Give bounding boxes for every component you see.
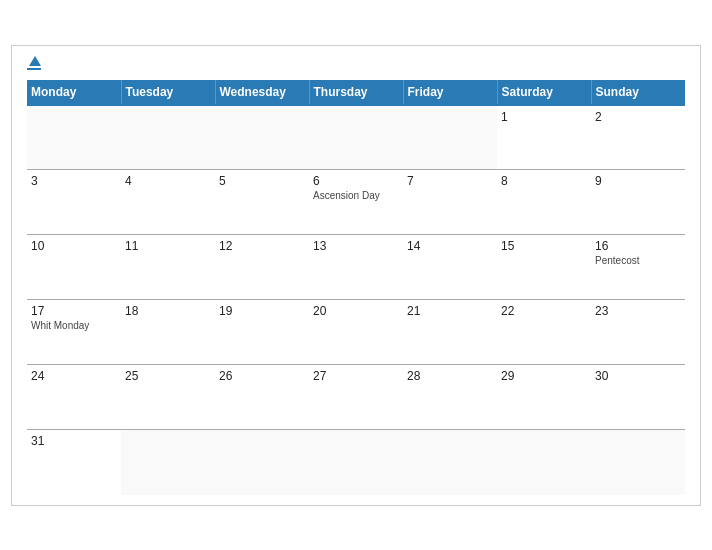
day-cell — [497, 430, 591, 495]
day-number: 6 — [313, 174, 399, 188]
day-cell — [215, 105, 309, 170]
day-number: 11 — [125, 239, 211, 253]
day-number: 12 — [219, 239, 305, 253]
day-cell — [121, 105, 215, 170]
logo-triangle-icon — [29, 56, 41, 66]
weekday-header-monday: Monday — [27, 80, 121, 105]
day-number: 18 — [125, 304, 211, 318]
day-event: Whit Monday — [31, 320, 117, 331]
day-cell: 11 — [121, 235, 215, 300]
day-cell: 1 — [497, 105, 591, 170]
day-number: 30 — [595, 369, 681, 383]
day-cell: 26 — [215, 365, 309, 430]
day-number: 19 — [219, 304, 305, 318]
day-cell: 28 — [403, 365, 497, 430]
day-cell: 21 — [403, 300, 497, 365]
weekday-header-friday: Friday — [403, 80, 497, 105]
calendar-header — [27, 56, 685, 70]
week-row-1: 12 — [27, 105, 685, 170]
day-number: 29 — [501, 369, 587, 383]
day-cell: 8 — [497, 170, 591, 235]
day-cell: 12 — [215, 235, 309, 300]
weekday-header-saturday: Saturday — [497, 80, 591, 105]
calendar-body: 123456Ascension Day78910111213141516Pent… — [27, 105, 685, 495]
day-cell: 10 — [27, 235, 121, 300]
day-number: 14 — [407, 239, 493, 253]
day-cell: 3 — [27, 170, 121, 235]
day-number: 26 — [219, 369, 305, 383]
week-row-5: 24252627282930 — [27, 365, 685, 430]
day-cell: 13 — [309, 235, 403, 300]
day-number: 27 — [313, 369, 399, 383]
day-cell: 6Ascension Day — [309, 170, 403, 235]
logo — [27, 56, 41, 70]
logo-general — [27, 56, 41, 67]
day-cell — [215, 430, 309, 495]
day-cell: 20 — [309, 300, 403, 365]
day-number: 28 — [407, 369, 493, 383]
day-cell — [309, 105, 403, 170]
day-cell: 4 — [121, 170, 215, 235]
day-number: 8 — [501, 174, 587, 188]
day-cell: 31 — [27, 430, 121, 495]
day-cell: 19 — [215, 300, 309, 365]
day-number: 22 — [501, 304, 587, 318]
day-number: 16 — [595, 239, 681, 253]
day-number: 1 — [501, 110, 587, 124]
day-number: 9 — [595, 174, 681, 188]
day-cell: 7 — [403, 170, 497, 235]
day-cell — [403, 430, 497, 495]
weekday-header-thursday: Thursday — [309, 80, 403, 105]
day-cell: 18 — [121, 300, 215, 365]
day-number: 24 — [31, 369, 117, 383]
week-row-6: 31 — [27, 430, 685, 495]
day-cell — [309, 430, 403, 495]
day-number: 31 — [31, 434, 117, 448]
calendar-grid: MondayTuesdayWednesdayThursdayFridaySatu… — [27, 80, 685, 495]
day-number: 3 — [31, 174, 117, 188]
day-number: 5 — [219, 174, 305, 188]
day-number: 20 — [313, 304, 399, 318]
week-row-4: 17Whit Monday181920212223 — [27, 300, 685, 365]
day-cell: 14 — [403, 235, 497, 300]
day-cell: 23 — [591, 300, 685, 365]
calendar-container: MondayTuesdayWednesdayThursdayFridaySatu… — [11, 45, 701, 506]
day-cell: 17Whit Monday — [27, 300, 121, 365]
logo-line — [27, 68, 41, 70]
day-cell — [27, 105, 121, 170]
day-cell — [403, 105, 497, 170]
day-cell: 24 — [27, 365, 121, 430]
day-number: 25 — [125, 369, 211, 383]
day-cell: 25 — [121, 365, 215, 430]
day-number: 23 — [595, 304, 681, 318]
day-number: 10 — [31, 239, 117, 253]
day-number: 7 — [407, 174, 493, 188]
day-cell: 29 — [497, 365, 591, 430]
day-cell: 16Pentecost — [591, 235, 685, 300]
weekday-header-sunday: Sunday — [591, 80, 685, 105]
weekday-header-row: MondayTuesdayWednesdayThursdayFridaySatu… — [27, 80, 685, 105]
day-cell: 2 — [591, 105, 685, 170]
day-number: 2 — [595, 110, 681, 124]
calendar-thead: MondayTuesdayWednesdayThursdayFridaySatu… — [27, 80, 685, 105]
day-cell: 9 — [591, 170, 685, 235]
day-number: 15 — [501, 239, 587, 253]
week-row-3: 10111213141516Pentecost — [27, 235, 685, 300]
day-cell: 22 — [497, 300, 591, 365]
weekday-header-tuesday: Tuesday — [121, 80, 215, 105]
day-number: 21 — [407, 304, 493, 318]
day-number: 4 — [125, 174, 211, 188]
weekday-header-wednesday: Wednesday — [215, 80, 309, 105]
day-cell — [591, 430, 685, 495]
day-number: 17 — [31, 304, 117, 318]
day-cell: 15 — [497, 235, 591, 300]
week-row-2: 3456Ascension Day789 — [27, 170, 685, 235]
day-event: Pentecost — [595, 255, 681, 266]
day-cell: 27 — [309, 365, 403, 430]
day-cell: 30 — [591, 365, 685, 430]
day-number: 13 — [313, 239, 399, 253]
day-cell — [121, 430, 215, 495]
day-cell: 5 — [215, 170, 309, 235]
day-event: Ascension Day — [313, 190, 399, 201]
